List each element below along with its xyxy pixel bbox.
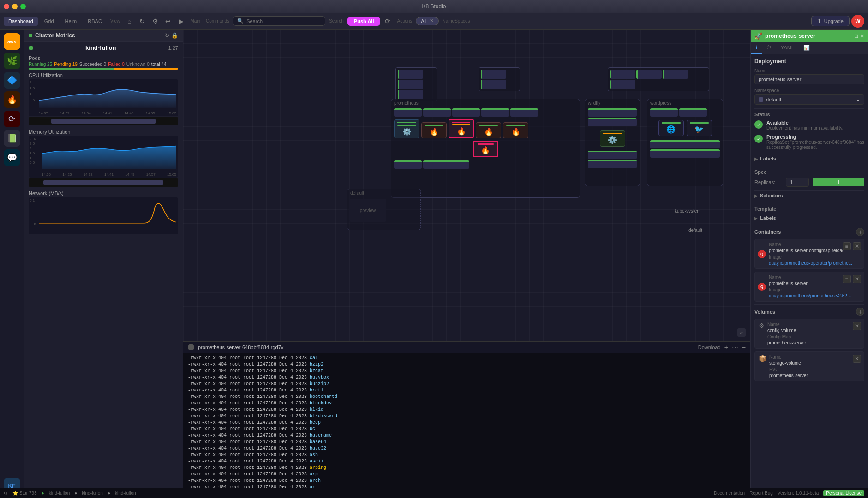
volume-1-close-btn[interactable]: ✕ [853,322,861,330]
rp-close-icon[interactable]: ✕ [860,33,864,39]
settings-icon[interactable]: ⚙ [150,16,161,27]
selectors-collapsible[interactable]: ▶ Selectors [754,190,864,200]
prom-server-pod[interactable]: 🔥 [473,141,498,157]
rp-tab-info[interactable]: ℹ [751,42,762,54]
sidebar-item-chat[interactable]: 💬 [4,149,20,166]
template-labels-collapsible[interactable]: ▶ Labels [754,213,864,223]
cpu-chart: 21.510.50 14:0714:2714:3414:4114:4814:55… [29,79,178,116]
wordpress-namespace: wordpress 🌐 🐦 [647,99,723,186]
rp-edit-icon[interactable]: ⊞ [854,33,858,39]
container-2-icon: Q [758,283,766,291]
ns-select-icon [759,97,763,102]
volume-2-close-btn[interactable]: ✕ [853,355,861,363]
cpu-scrollbar-thumb[interactable] [51,119,156,124]
status-bug[interactable]: Report Bug [749,491,773,496]
prom-fire-pod-2[interactable]: 🔥 [476,122,501,138]
status-available-content: Available Deployment has minimum availab… [766,120,844,130]
status-cluster-1[interactable]: kind-fullon [49,491,70,496]
refresh-icon[interactable]: ↻ [137,16,148,27]
sidebar-item-sync[interactable]: ⟳ [4,111,20,127]
sidebar-item-book[interactable]: 📗 [4,130,20,147]
add-volume-btn[interactable]: + [856,308,864,316]
minimize-btn[interactable] [12,4,18,9]
rp-tab-time[interactable]: ⏱ [762,42,776,54]
status-doc[interactable]: Documentation [714,491,745,496]
container-1-delete-btn[interactable]: ≡ [843,242,851,250]
center-canvas[interactable]: prometheus ⚙️ [183,30,750,498]
top-ns-pod-1 [398,70,423,79]
term-line-19: -rwxr-xr-x 404 root root 1247288 Dec 4 2… [188,471,746,478]
status-progressing-icon: ✓ [754,135,763,143]
rp-tab-chart[interactable]: 📊 [799,42,814,54]
rp-tab-yaml[interactable]: YAML [776,42,799,54]
terminal-header: prometheus-server-648bbf8684-rgd7v Downl… [183,342,750,353]
term-line-18: -rwxr-xr-x 404 root root 1247288 Dec 4 2… [188,465,746,471]
term-line-6: -rwxr-xr-x 404 root root 1247288 Dec 4 2… [188,387,746,394]
chat-icon: 💬 [7,153,17,163]
prom-fire-pod-3[interactable]: 🔥 [503,122,528,138]
terminal-minimize-icon[interactable]: − [742,344,746,351]
prom-fire-pod-selected[interactable]: 🔥 [449,119,474,138]
wildfly-gear-pod[interactable]: ⚙️ [600,130,625,147]
terminal-add-icon[interactable]: + [724,344,728,351]
status-cluster-2[interactable]: kind-fullon [82,491,103,496]
refresh-cluster-icon[interactable]: ↻ [165,32,169,39]
prom-fire-pod-1[interactable]: 🔥 [421,122,447,138]
wp-bird-pod[interactable]: 🐦 [687,120,712,136]
tab-helm[interactable]: Helm [60,17,82,26]
sidebar-item-aws[interactable]: aws [4,33,20,50]
home-icon[interactable]: ⌂ [124,16,135,27]
wildfly-namespace: wildfly ⚙️ [585,99,640,186]
sidebar-item-azure[interactable]: 🔷 [4,72,20,89]
pods-running: Running 25 [29,62,52,67]
network-title: Network (MB/s) [29,190,178,196]
terminal-icon[interactable]: ▶ [175,16,186,27]
tab-rbac[interactable]: RBAC [83,17,107,26]
prometheus-ns-label: prometheus [391,99,580,107]
rp-replicas-input[interactable] [786,178,809,187]
rp-name-value[interactable]: prometheus-server [754,74,864,84]
push-all-button[interactable]: Push All [347,17,381,26]
term-line-9: -rwxr-xr-x 404 root root 1247288 Dec 4 2… [188,407,746,413]
rp-name-field: Name prometheus-server [754,68,864,84]
upgrade-button[interactable]: ⬆ Upgrade [811,16,850,26]
lock-icon[interactable]: 🔒 [171,32,178,39]
namespace-close-icon[interactable]: ✕ [430,18,434,24]
wp-wordpress-pod[interactable]: 🌐 [658,120,684,136]
status-cluster-3[interactable]: kind-fullon [115,491,136,496]
volume-2-name-value: storage-volume [769,361,808,366]
cluster-metrics-header: Cluster Metrics ↻ 🔒 [24,30,183,42]
sidebar-item-firebase[interactable]: 🔥 [4,91,20,108]
container-1-img-value: quay.io/prometheus-operator/promethe... [769,261,860,266]
sync-icon[interactable]: ⟳ [382,16,393,27]
maximize-btn[interactable] [20,4,26,9]
sidebar-item-k8s[interactable]: 🌿 [4,53,20,69]
rp-replicas-btn[interactable]: 1 [813,178,864,186]
download-label[interactable]: Download [698,344,721,350]
container-1-close-btn[interactable]: ✕ [853,242,861,250]
add-container-btn[interactable]: + [856,228,864,236]
volume-2-sub-label: PVC [769,367,808,372]
search-input[interactable] [246,18,321,24]
container-1-img-label: Image [769,255,860,260]
terminal-close-btn[interactable] [188,344,194,350]
namespace-pill[interactable]: All ✕ [416,17,438,25]
term-line-3: -rwxr-xr-x 404 root root 1247288 Dec 4 2… [188,368,746,374]
close-btn[interactable] [4,4,9,9]
volume-1-sub-value: prometheus-server [767,340,806,345]
memory-scrollbar[interactable] [29,178,178,187]
container-2-close-btn[interactable]: ✕ [853,275,861,283]
container-2-delete-btn[interactable]: ≡ [843,275,851,283]
user-avatar[interactable]: W [851,15,864,28]
prom-gear-pod[interactable]: ⚙️ [394,119,419,138]
term-line-10: -rwxr-xr-x 404 root root 1247288 Dec 4 2… [188,413,746,420]
memory-scrollbar-thumb[interactable] [43,180,163,185]
tab-grid[interactable]: Grid [40,17,59,26]
labels-collapsible[interactable]: ▶ Labels [754,154,864,163]
rp-namespace-select[interactable]: default ⌄ [754,94,864,105]
expand-canvas-icon[interactable]: ⤢ [737,328,746,337]
cpu-scrollbar[interactable] [29,117,178,125]
undo-icon[interactable]: ↩ [162,16,174,27]
tab-dashboard[interactable]: Dashboard [4,17,38,26]
terminal-more-icon[interactable]: ⋯ [732,344,738,351]
